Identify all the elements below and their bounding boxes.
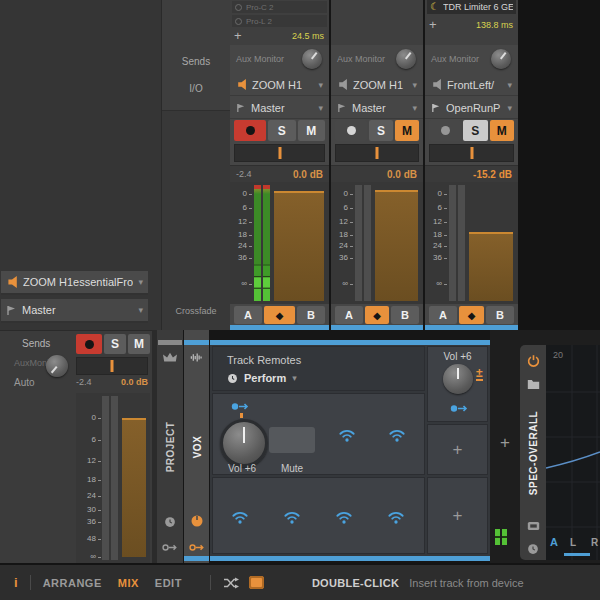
wifi-mapping-icon[interactable] <box>282 509 302 525</box>
tab-project[interactable]: PROJECT <box>157 330 183 563</box>
pan-control[interactable] <box>429 144 514 162</box>
device-power-icon[interactable] <box>235 4 242 11</box>
pan-control[interactable] <box>76 357 148 375</box>
ab-a-button[interactable]: A <box>234 306 262 324</box>
automation-mode-label[interactable]: Auto <box>14 377 35 388</box>
io-section-label[interactable]: I/O <box>162 83 230 94</box>
solo-button[interactable]: S <box>268 120 296 141</box>
aux-send-knob[interactable] <box>491 49 511 69</box>
sends-section-label[interactable]: Sends <box>162 56 230 67</box>
remote-page-chooser[interactable]: Perform ▾ <box>227 372 297 384</box>
chevron-down-icon: ▾ <box>507 80 512 90</box>
input-chooser[interactable]: ZOOM H1 ▾ <box>331 74 423 96</box>
vol-remote-knob[interactable] <box>220 419 268 467</box>
shuffle-icon[interactable] <box>223 577 239 589</box>
mapping-key-icon[interactable] <box>189 542 205 553</box>
view-edit-button[interactable]: EDIT <box>155 577 182 589</box>
add-remote-slot-button[interactable]: + <box>427 477 488 554</box>
vox-tab-label: VOX <box>191 435 202 458</box>
track-input-chooser[interactable]: ZOOM H1essentialFron ▾ <box>1 271 148 295</box>
wifi-mapping-icon[interactable] <box>334 509 354 525</box>
record-arm-button[interactable] <box>76 334 102 354</box>
chevron-down-icon: ▾ <box>138 277 143 287</box>
display-toggle-icon[interactable] <box>527 521 540 531</box>
channel-l-label[interactable]: L <box>570 537 576 548</box>
solo-button[interactable]: S <box>104 334 126 354</box>
wifi-mapping-icon[interactable] <box>230 509 250 525</box>
pan-control[interactable] <box>234 144 325 162</box>
remote-page-value: Perform <box>244 372 286 384</box>
volume-fader[interactable] <box>122 418 146 557</box>
solo-button[interactable]: S <box>463 120 488 141</box>
mute-button[interactable]: M <box>395 120 419 141</box>
crossfade-assign-button[interactable]: ◆ <box>264 306 295 324</box>
record-arm-button[interactable] <box>429 120 461 141</box>
wifi-mapping-icon[interactable] <box>386 509 406 525</box>
power-icon[interactable] <box>527 354 540 367</box>
output-chooser[interactable]: OpenRunP ▾ <box>425 97 518 119</box>
ab-a-button[interactable]: A <box>429 306 457 324</box>
device-power-icon[interactable] <box>235 18 242 25</box>
crossfade-assign-button[interactable]: ◆ <box>365 306 389 324</box>
pan-knob-icon[interactable] <box>191 515 203 527</box>
view-mix-button[interactable]: MIX <box>118 577 139 589</box>
record-arm-button[interactable] <box>335 120 367 141</box>
input-chooser[interactable]: ZOOM H1 ▾ <box>230 74 329 96</box>
channel-strip-1: Pro-C 2 Pro-L 2 + 24.5 ms Aux Monitor ZO… <box>230 0 329 330</box>
ab-b-button[interactable]: B <box>391 306 419 324</box>
ab-a-button[interactable]: A <box>335 306 363 324</box>
meter-zone: 06121824303648∞ <box>76 393 150 563</box>
add-remote-slot-button[interactable]: + <box>427 424 488 475</box>
modulation-route-icon[interactable] <box>450 403 468 414</box>
peak-value: -2.4 <box>76 377 92 387</box>
device-slot[interactable]: Pro-L 2 <box>232 15 327 27</box>
mute-button[interactable]: M <box>490 120 515 141</box>
mixer-section-controls: Sends I/O ●✕ S✕ M✕ × AB Crossfade <box>161 0 230 330</box>
clock-icon[interactable] <box>164 516 176 528</box>
channel-strip-3: ☾ TDR Limiter 6 GE + 138.8 ms Aux Monito… <box>425 0 518 330</box>
aux-send-knob[interactable] <box>302 49 322 69</box>
folder-icon[interactable] <box>527 379 540 390</box>
crossfade-section-label[interactable]: Crossfade <box>162 306 230 316</box>
volume-fader[interactable] <box>375 190 418 301</box>
modulation-route-icon[interactable] <box>231 401 249 412</box>
aux-send-knob[interactable] <box>396 49 416 69</box>
volume-fader[interactable] <box>469 232 513 301</box>
wifi-mapping-icon[interactable] <box>337 427 357 443</box>
mute-button[interactable]: M <box>128 334 150 354</box>
volume-fader[interactable] <box>274 191 324 301</box>
add-device-button[interactable]: + <box>429 19 437 31</box>
add-device-button[interactable]: + <box>496 434 514 452</box>
mod-amount-icon[interactable]: ± <box>476 367 483 381</box>
add-device-button[interactable]: + <box>234 30 242 42</box>
aux-send-knob[interactable] <box>46 355 68 377</box>
mute-button[interactable]: M <box>298 120 326 141</box>
mapping-key-icon[interactable] <box>162 542 178 553</box>
input-chooser[interactable]: FrontLeft/ ▾ <box>425 74 518 96</box>
clock-icon[interactable] <box>527 543 539 555</box>
output-flag-icon <box>337 103 347 113</box>
wifi-mapping-icon[interactable] <box>387 427 407 443</box>
tab-vox-track[interactable]: VOX <box>184 330 209 563</box>
meter-zone: 0612182436∞ <box>230 182 329 304</box>
output-chooser[interactable]: Master ▾ <box>230 97 329 119</box>
channel-a-label[interactable]: A <box>550 536 558 548</box>
device-slot[interactable]: ☾ TDR Limiter 6 GE <box>427 0 516 14</box>
device-slot[interactable]: Pro-C 2 <box>232 1 327 13</box>
info-button[interactable]: i <box>14 575 18 590</box>
solo-button[interactable]: S <box>369 120 393 141</box>
track-output-chooser[interactable]: Master ▾ <box>1 299 148 323</box>
record-arm-button[interactable] <box>234 120 266 141</box>
meter-scale-label: 6 <box>333 203 348 213</box>
ab-b-button[interactable]: B <box>486 306 514 324</box>
vol-side-knob[interactable] <box>443 364 473 394</box>
channel-r-label[interactable]: R <box>591 537 598 548</box>
ab-b-button[interactable]: B <box>297 306 325 324</box>
view-arrange-button[interactable]: ARRANGE <box>43 577 102 589</box>
groove-icon[interactable] <box>249 576 264 589</box>
pan-control[interactable] <box>335 144 419 162</box>
mute-remote-button[interactable] <box>269 427 315 453</box>
crossfade-assign-button[interactable]: ◆ <box>459 306 484 324</box>
bypass-moon-icon[interactable]: ☾ <box>430 2 439 12</box>
output-chooser[interactable]: Master ▾ <box>331 97 423 119</box>
